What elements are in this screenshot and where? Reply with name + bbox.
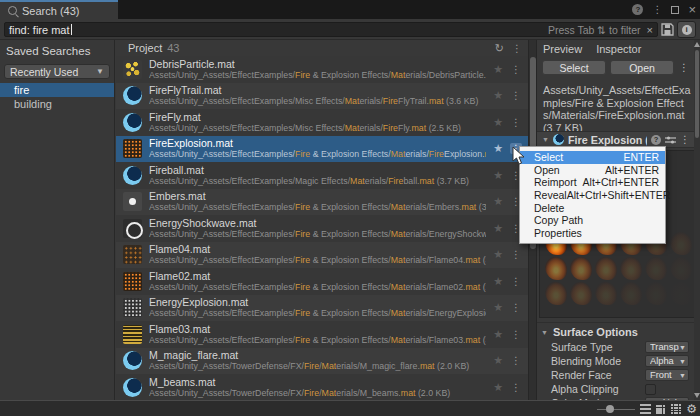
field-dropdown[interactable]: Front▼ <box>645 369 689 381</box>
result-name: Flame03.mat <box>149 324 486 335</box>
search-window-tab[interactable]: Search (43) <box>0 0 118 19</box>
maximize-icon[interactable] <box>671 6 679 14</box>
result-row[interactable]: FireFly.matAssets/Unity_Assets/EffectExa… <box>116 109 528 136</box>
big-grid-view-icon[interactable] <box>671 404 681 414</box>
result-name: Embers.mat <box>149 191 486 202</box>
context-menu-item[interactable]: RevealAlt+Ctrl+Shift+ENTER <box>520 189 665 202</box>
result-text: Embers.matAssets/Unity_Assets/EffectExam… <box>149 191 486 212</box>
context-menu-item[interactable]: ReimportAlt+Ctrl+ENTER <box>520 176 665 189</box>
flame-sprite <box>545 257 567 280</box>
scroll-down-icon[interactable] <box>694 393 700 398</box>
presets-icon[interactable] <box>665 135 676 145</box>
tab-inspector[interactable]: Inspector <box>596 43 641 55</box>
row-menu-icon[interactable]: ⋮ <box>510 249 522 260</box>
saved-searches-list: firebuilding <box>0 83 114 111</box>
row-menu-icon[interactable]: ⋮ <box>510 276 522 287</box>
preview-scrollbar[interactable] <box>694 40 700 400</box>
result-row[interactable]: EnergyShockwave.matAssets/Unity_Assets/E… <box>116 215 528 242</box>
context-menu-item[interactable]: Properties <box>520 227 665 240</box>
favorite-star-icon[interactable]: ★ <box>493 63 503 76</box>
result-name: DebrisParticle.mat <box>149 59 486 70</box>
tab-preview[interactable]: Preview <box>543 43 582 55</box>
open-button[interactable]: Open <box>610 60 674 75</box>
select-button[interactable]: Select <box>542 60 606 75</box>
slider-handle[interactable] <box>606 405 614 413</box>
context-menu-item[interactable]: Copy Path <box>520 214 665 227</box>
result-row[interactable]: FireFlyTrail.matAssets/Unity_Assets/Effe… <box>116 83 528 110</box>
row-menu-icon[interactable]: ⋮ <box>510 64 522 75</box>
result-row[interactable]: M_beams.matAssets/Unity_Assets/TowerDefe… <box>116 374 528 400</box>
refresh-icon[interactable]: ↻ <box>495 42 504 55</box>
result-row[interactable]: Flame02.matAssets/Unity_Assets/EffectExa… <box>116 268 528 295</box>
row-menu-icon[interactable]: ⋮ <box>510 355 522 366</box>
preview-tabs: PreviewInspector <box>537 40 700 57</box>
favorite-star-icon[interactable]: ★ <box>493 354 503 367</box>
result-row[interactable]: Embers.matAssets/Unity_Assets/EffectExam… <box>116 189 528 216</box>
saved-search-item[interactable]: building <box>0 97 114 111</box>
help-icon[interactable]: ? <box>632 4 643 15</box>
row-menu-icon[interactable]: ⋮ <box>510 117 522 128</box>
result-row[interactable]: Flame03.matAssets/Unity_Assets/EffectExa… <box>116 321 528 348</box>
flame-sprite <box>645 282 667 305</box>
window-menu-icon[interactable]: ⋮ <box>652 4 662 15</box>
clear-search-icon[interactable]: × <box>647 24 653 36</box>
result-path: Assets/Unity_Assets/EffectExamples/Fire … <box>149 71 486 80</box>
result-path: Assets/Unity_Assets/EffectExamples/Fire … <box>149 336 486 345</box>
flame-sprite <box>620 257 642 280</box>
preview-menu-icon[interactable]: ⋮ <box>678 62 690 73</box>
results-menu-icon[interactable]: ⋮ <box>512 43 522 54</box>
result-row[interactable]: DebrisParticle.matAssets/Unity_Assets/Ef… <box>116 56 528 83</box>
flame-sprite <box>620 282 642 305</box>
row-menu-icon[interactable]: ⋮ <box>510 90 522 101</box>
context-menu-item[interactable]: Delete <box>520 201 665 214</box>
search-input[interactable]: find: fire mat Press Tab ⇅ to filter × <box>4 22 658 37</box>
material-menu-icon[interactable]: ⋮ <box>680 134 690 145</box>
save-search-icon[interactable] <box>661 23 674 36</box>
result-row[interactable]: M_magic_flare.matAssets/Unity_Assets/Tow… <box>116 348 528 375</box>
foldout-icon[interactable]: ▼ <box>541 329 548 336</box>
foldout-icon[interactable]: ▼ <box>542 136 549 143</box>
favorite-star-icon[interactable]: ★ <box>493 275 503 288</box>
favorite-star-icon[interactable]: ★ <box>493 116 503 129</box>
result-text: DebrisParticle.matAssets/Unity_Assets/Ef… <box>149 59 486 80</box>
surface-option-row: Alpha Clipping <box>537 382 695 396</box>
result-name: Fireball.mat <box>149 165 486 176</box>
sphere-icon <box>123 166 142 185</box>
context-menu-item[interactable]: OpenAlt+ENTER <box>520 164 665 177</box>
result-row[interactable]: FireExplosion.matAssets/Unity_Assets/Eff… <box>116 136 528 163</box>
row-menu-icon[interactable]: ⋮ <box>510 382 522 393</box>
scrollbar-thumb[interactable] <box>695 50 699 138</box>
context-menu-item[interactable]: SelectENTER <box>520 151 665 164</box>
favorite-star-icon[interactable]: ★ <box>493 142 503 155</box>
result-row[interactable]: EnergyExplosion.matAssets/Unity_Assets/E… <box>116 295 528 322</box>
alpha-clipping-checkbox[interactable] <box>645 384 656 395</box>
grid-view-icon[interactable] <box>656 404 666 414</box>
material-title: Fire Explosion (Ma <box>568 134 647 146</box>
zoom-slider[interactable] <box>597 401 635 416</box>
scroll-up-icon[interactable] <box>694 42 700 47</box>
favorite-star-icon[interactable]: ★ <box>493 301 503 314</box>
favorite-star-icon[interactable]: ★ <box>493 248 503 261</box>
result-name: FireExplosion.mat <box>149 138 486 149</box>
list-view-icon[interactable] <box>640 404 651 414</box>
sphere-icon <box>123 113 142 132</box>
result-row[interactable]: Flame04.matAssets/Unity_Assets/EffectExa… <box>116 242 528 269</box>
row-menu-icon[interactable]: ⋮ <box>510 329 522 340</box>
result-row[interactable]: Fireball.matAssets/Unity_Assets/EffectEx… <box>116 162 528 189</box>
row-menu-icon[interactable]: ⋮ <box>510 302 522 313</box>
saved-searches-dropdown[interactable]: Recently Used ▼ <box>4 64 110 79</box>
close-icon[interactable]: × <box>688 5 696 15</box>
favorite-star-icon[interactable]: ★ <box>493 89 503 102</box>
gear-icon[interactable]: ⚙ <box>686 403 697 415</box>
field-dropdown[interactable]: Alpha▼ <box>645 355 689 367</box>
help-icon[interactable]: ? <box>651 135 661 145</box>
favorite-star-icon[interactable]: ★ <box>493 169 503 182</box>
favorite-star-icon[interactable]: ★ <box>493 195 503 208</box>
favorite-star-icon[interactable]: ★ <box>493 222 503 235</box>
saved-search-item[interactable]: fire <box>0 83 114 97</box>
favorite-star-icon[interactable]: ★ <box>493 381 503 394</box>
info-button[interactable]: i <box>677 21 696 38</box>
field-dropdown[interactable]: Transpa▼ <box>645 341 689 353</box>
flame-sprite <box>545 282 567 305</box>
favorite-star-icon[interactable]: ★ <box>493 328 503 341</box>
